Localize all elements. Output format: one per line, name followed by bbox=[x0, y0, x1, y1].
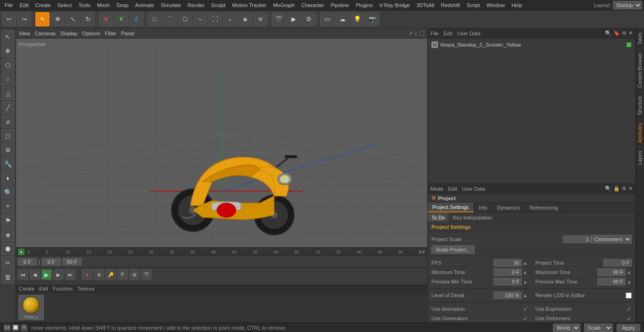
lod-input[interactable] bbox=[494, 292, 522, 299]
viewport-cameras[interactable]: Cameras bbox=[35, 31, 56, 36]
far-right-attributes[interactable]: Attributes bbox=[636, 119, 644, 146]
left-tool-4[interactable]: ○ bbox=[1, 73, 15, 86]
menu-sculpt[interactable]: Sculpt bbox=[208, 1, 229, 9]
max-time-arrow[interactable]: ▲ bbox=[627, 269, 632, 275]
attr-mode[interactable]: Mode bbox=[430, 186, 444, 192]
attr-close-icon[interactable]: ✕ bbox=[628, 186, 633, 192]
obj-user-data[interactable]: User Data bbox=[457, 31, 481, 36]
left-tool-5[interactable]: △ bbox=[1, 87, 15, 100]
left-tool-12[interactable]: 🔍 bbox=[1, 186, 15, 199]
menu-help[interactable]: Help bbox=[509, 1, 525, 9]
project-time-input[interactable] bbox=[603, 259, 632, 267]
sky-button[interactable]: ☁ bbox=[335, 12, 349, 26]
viewport-icon-1[interactable]: ⤢ bbox=[409, 30, 413, 36]
attr-settings-icon[interactable]: ⚙ bbox=[622, 186, 627, 192]
menu-window[interactable]: Window bbox=[484, 1, 508, 9]
lod-arrow[interactable]: ▲ bbox=[523, 292, 528, 298]
obj-settings-icon[interactable]: ⚙ bbox=[622, 30, 627, 36]
viewport-icon-2[interactable]: ↕ bbox=[415, 31, 418, 36]
scale-tool-button[interactable]: ⤡ bbox=[66, 12, 80, 26]
render-lod-checkbox[interactable] bbox=[626, 292, 632, 299]
z-axis-button[interactable]: Z bbox=[129, 12, 143, 26]
next-frame-btn[interactable]: ▶ bbox=[53, 269, 64, 280]
status-icon-3[interactable]: ✕ bbox=[21, 324, 27, 331]
floor-button[interactable]: ▭ bbox=[320, 12, 334, 26]
scale-project-button[interactable]: Scale Project... bbox=[431, 245, 475, 254]
menu-script[interactable]: Script bbox=[464, 1, 483, 9]
left-tool-15[interactable]: ◈ bbox=[1, 228, 15, 241]
polygon-button[interactable]: ⬡ bbox=[178, 12, 192, 26]
left-tool-2[interactable]: ✥ bbox=[1, 44, 15, 57]
left-tool-18[interactable]: 🗑 bbox=[1, 270, 15, 283]
obj-close-icon[interactable]: ✕ bbox=[628, 30, 633, 36]
project-scale-unit-select[interactable]: Centimeters Meters Inches bbox=[591, 235, 632, 243]
render-view-button[interactable]: ▶ bbox=[287, 12, 301, 26]
left-tool-14[interactable]: ⚑ bbox=[1, 214, 15, 227]
menu-render[interactable]: Render bbox=[185, 1, 207, 9]
nurbs-button[interactable]: ⛶ bbox=[208, 12, 222, 26]
min-time-input[interactable] bbox=[494, 268, 522, 276]
left-tool-9[interactable]: ⚙ bbox=[1, 143, 15, 156]
menu-character[interactable]: Character bbox=[298, 1, 327, 9]
goto-end-btn[interactable]: ⏭ bbox=[65, 269, 75, 280]
record-btn[interactable]: ● bbox=[82, 269, 92, 280]
left-tool-13[interactable]: ⌖ bbox=[1, 200, 15, 213]
min-time-arrow[interactable]: ▲ bbox=[523, 269, 528, 275]
preview-max-input[interactable] bbox=[597, 278, 626, 285]
menu-file[interactable]: File bbox=[2, 1, 16, 9]
menu-pipeline[interactable]: Pipeline bbox=[328, 1, 352, 9]
subtab-key-interpolation[interactable]: Key Interpolation bbox=[449, 213, 496, 222]
status-icon-2[interactable]: ⬜ bbox=[12, 324, 19, 331]
spline-button[interactable]: ～ bbox=[193, 12, 207, 26]
viewport-canvas[interactable]: Perspective bbox=[16, 39, 427, 247]
preview-min-input[interactable] bbox=[494, 278, 522, 285]
world-select[interactable]: World Object bbox=[553, 324, 580, 332]
left-tool-3[interactable]: ⬡ bbox=[1, 58, 15, 72]
motion-clip-btn[interactable]: P bbox=[117, 269, 128, 280]
timeline-record-btn[interactable]: ● bbox=[18, 249, 25, 255]
viewport-options[interactable]: Options bbox=[82, 31, 100, 36]
material-create[interactable]: Create bbox=[19, 286, 34, 292]
scale-select[interactable]: Scale Stretch bbox=[584, 324, 613, 332]
redo-button[interactable]: ↪ bbox=[17, 12, 31, 26]
render-region-button[interactable]: 🎬 bbox=[272, 12, 286, 26]
viewport[interactable]: View Cameras Display Options Filter Pane… bbox=[16, 28, 427, 247]
left-tool-16[interactable]: ⬢ bbox=[1, 242, 15, 255]
left-tool-6[interactable]: ╱ bbox=[1, 101, 15, 114]
move-tool-button[interactable]: ✥ bbox=[50, 12, 65, 26]
material-function[interactable]: Function bbox=[53, 286, 73, 292]
viewport-icon-3[interactable]: ⛶ bbox=[419, 31, 424, 36]
preview-max-arrow[interactable]: ▲ bbox=[627, 279, 632, 284]
menu-mesh[interactable]: Mesh bbox=[94, 1, 113, 9]
menu-snap[interactable]: Snap bbox=[114, 1, 132, 9]
menu-3dtoall[interactable]: 3DToAll bbox=[413, 1, 437, 9]
tab-project-settings[interactable]: Project Settings bbox=[428, 202, 474, 212]
left-tool-11[interactable]: ♦ bbox=[1, 171, 15, 185]
left-tool-1[interactable]: ↖ bbox=[1, 30, 15, 43]
menu-animate[interactable]: Animate bbox=[132, 1, 157, 9]
x-axis-button[interactable]: X bbox=[99, 12, 113, 26]
far-right-layers[interactable]: Layers bbox=[636, 146, 644, 169]
fps-input[interactable] bbox=[494, 259, 522, 267]
obj-search-icon[interactable]: 🔍 bbox=[605, 30, 611, 36]
render-settings-button[interactable]: ⚙ bbox=[302, 12, 316, 26]
light-button[interactable]: 💡 bbox=[350, 12, 364, 26]
project-scale-input[interactable] bbox=[563, 235, 591, 243]
menu-mograph[interactable]: MoGraph bbox=[270, 1, 297, 9]
tab-dynamics[interactable]: Dynamics bbox=[492, 202, 525, 212]
far-right-structure[interactable]: Structure bbox=[636, 92, 644, 119]
undo-button[interactable]: ↩ bbox=[2, 12, 16, 26]
menu-redshift[interactable]: Redshift bbox=[438, 1, 462, 9]
layout-select[interactable]: Startup bbox=[613, 1, 642, 9]
to-frame-input[interactable] bbox=[63, 258, 82, 266]
attr-edit[interactable]: Edit bbox=[448, 186, 457, 192]
attr-user-data[interactable]: User Data bbox=[462, 186, 486, 192]
goto-start-btn[interactable]: ⏮ bbox=[18, 269, 28, 280]
menu-select[interactable]: Select bbox=[55, 1, 75, 9]
current-frame-input[interactable] bbox=[18, 258, 37, 266]
far-right-takes[interactable]: Takes bbox=[636, 28, 644, 49]
play-btn[interactable]: ▶ bbox=[41, 269, 52, 280]
subtab-todo[interactable]: To Do bbox=[428, 213, 449, 222]
curve-btn[interactable]: 🎬 bbox=[141, 269, 151, 280]
left-tool-8[interactable]: ◻ bbox=[1, 129, 15, 142]
